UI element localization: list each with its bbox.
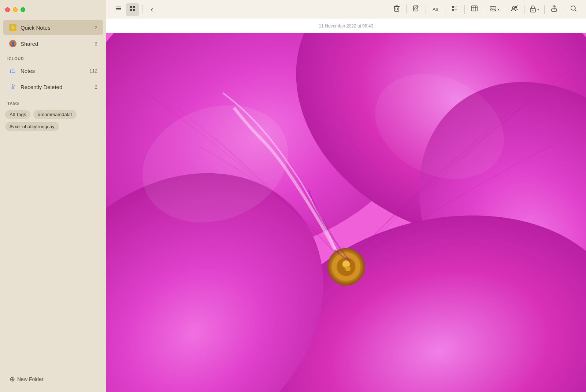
toolbar-separator-10 — [564, 5, 564, 14]
share-button[interactable] — [548, 3, 561, 16]
toolbar-separator-5 — [464, 5, 465, 14]
plus-icon: ⊕ — [10, 376, 15, 382]
sidebar: ✎ Quick Notes 2 👤 Shared 2 iCloud 🗂 Note… — [0, 0, 106, 392]
note-area: 11 November 2022 at 08:43 — [106, 19, 586, 392]
share-icon — [550, 5, 558, 14]
shared-icon: 👤 — [9, 40, 17, 48]
shared-count: 2 — [95, 41, 97, 47]
media-dropdown-arrow: ▾ — [498, 8, 500, 11]
toolbar-separator-1 — [142, 5, 142, 14]
svg-rect-2 — [116, 10, 121, 10]
collaborate-icon — [511, 5, 518, 14]
svg-point-23 — [512, 7, 515, 9]
trash-toolbar-icon — [393, 5, 400, 14]
svg-rect-0 — [116, 7, 121, 7]
lock-dropdown-arrow: ▾ — [537, 8, 539, 11]
format-icon: Aa — [433, 7, 438, 12]
checklist-button[interactable] — [448, 3, 461, 16]
titlebar — [0, 0, 106, 19]
toolbar-separator-4 — [445, 5, 445, 14]
sidebar-item-quick-notes[interactable]: ✎ Quick Notes 2 — [3, 20, 103, 35]
grid-icon — [129, 5, 136, 14]
flower-image — [106, 33, 586, 392]
search-button[interactable] — [567, 3, 580, 16]
toolbar-separator-7 — [505, 5, 505, 14]
quick-notes-section: ✎ Quick Notes 2 👤 Shared 2 — [0, 19, 106, 52]
svg-point-29 — [571, 6, 575, 10]
sidebar-item-shared[interactable]: 👤 Shared 2 — [3, 36, 103, 51]
svg-rect-12 — [413, 6, 418, 11]
note-date: 11 November 2022 at 08:43 — [106, 19, 586, 33]
tag-vxd-nhatkytrongcay[interactable]: #vxd_nhatkytrongcay — [5, 122, 59, 131]
flower-svg — [106, 33, 586, 392]
format-button[interactable]: Aa — [429, 3, 442, 16]
tag-mammamdalat[interactable]: #mammamdalat — [33, 110, 76, 119]
main-content: ‹ — [106, 0, 586, 392]
svg-rect-1 — [116, 8, 121, 9]
tags-header: Tags — [0, 95, 106, 108]
list-view-button[interactable] — [112, 3, 125, 16]
lock-icon — [530, 5, 536, 14]
back-icon: ‹ — [151, 5, 153, 14]
list-icon — [115, 5, 122, 14]
quick-notes-count: 2 — [95, 25, 97, 30]
view-toggle-group — [112, 3, 139, 16]
svg-point-22 — [492, 7, 493, 8]
toolbar-separator-6 — [484, 5, 484, 14]
tags-container: All Tags #mammamdalat #vxd_nhatkytrongca… — [0, 108, 106, 133]
svg-line-25 — [517, 5, 518, 6]
notes-count: 112 — [89, 68, 97, 74]
toolbar: ‹ — [106, 0, 586, 19]
new-folder-label: New Folder — [17, 376, 44, 382]
media-icon — [489, 5, 497, 14]
delete-button[interactable] — [390, 3, 403, 16]
quick-notes-icon: ✎ — [9, 23, 17, 32]
compose-icon — [412, 5, 420, 14]
note-image-area — [106, 33, 586, 392]
recently-deleted-count: 2 — [95, 84, 97, 90]
quick-notes-label: Quick Notes — [21, 25, 95, 31]
svg-point-24 — [515, 6, 517, 8]
search-icon — [570, 5, 577, 14]
media-button[interactable]: ▾ — [487, 4, 502, 15]
notes-label: Notes — [21, 68, 89, 74]
table-button[interactable] — [468, 3, 481, 16]
svg-rect-5 — [130, 9, 132, 11]
maximize-button[interactable] — [21, 7, 25, 12]
svg-rect-9 — [394, 7, 399, 11]
compose-button[interactable] — [409, 3, 423, 16]
toolbar-separator-8 — [524, 5, 524, 14]
collaborate-button[interactable] — [508, 3, 521, 16]
icloud-header: iCloud — [0, 52, 106, 62]
new-folder-button[interactable]: ⊕ New Folder — [6, 374, 47, 385]
svg-rect-7 — [396, 5, 398, 6]
icloud-section: 🗂 Notes 112 🗑 Recently Deleted 2 — [0, 62, 106, 95]
trash-icon: 🗑 — [9, 83, 17, 91]
table-icon — [471, 5, 478, 14]
lock-button[interactable]: ▾ — [527, 4, 541, 15]
svg-point-41 — [345, 266, 351, 271]
recently-deleted-label: Recently Deleted — [21, 84, 95, 90]
svg-rect-6 — [133, 9, 135, 11]
back-button[interactable]: ‹ — [145, 3, 159, 16]
svg-rect-3 — [130, 6, 132, 8]
sidebar-item-notes[interactable]: 🗂 Notes 112 — [3, 63, 103, 78]
minimize-button[interactable] — [13, 7, 18, 12]
svg-rect-4 — [133, 6, 135, 8]
svg-rect-17 — [471, 6, 477, 11]
notes-folder-icon: 🗂 — [9, 67, 17, 75]
sidebar-item-recently-deleted[interactable]: 🗑 Recently Deleted 2 — [3, 79, 103, 95]
tag-all-tags[interactable]: All Tags — [5, 110, 30, 119]
toolbar-separator-9 — [544, 5, 545, 14]
svg-point-14 — [452, 9, 454, 11]
close-button[interactable] — [5, 7, 10, 12]
svg-point-27 — [533, 10, 534, 11]
toolbar-separator-3 — [426, 5, 426, 14]
shared-label: Shared — [21, 41, 95, 47]
svg-line-30 — [575, 10, 577, 12]
toolbar-separator-2 — [406, 5, 407, 14]
checklist-icon — [451, 5, 459, 14]
grid-view-button[interactable] — [126, 3, 139, 16]
